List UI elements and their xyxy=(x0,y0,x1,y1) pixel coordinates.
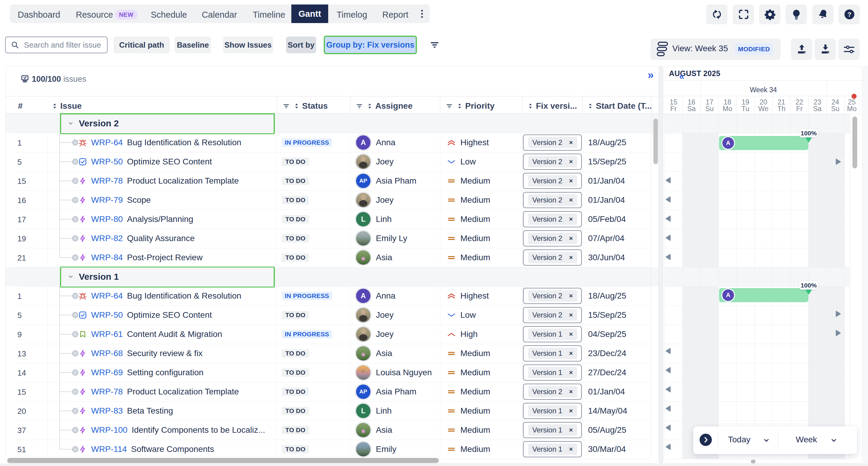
svg-text:?: ? xyxy=(847,11,851,18)
